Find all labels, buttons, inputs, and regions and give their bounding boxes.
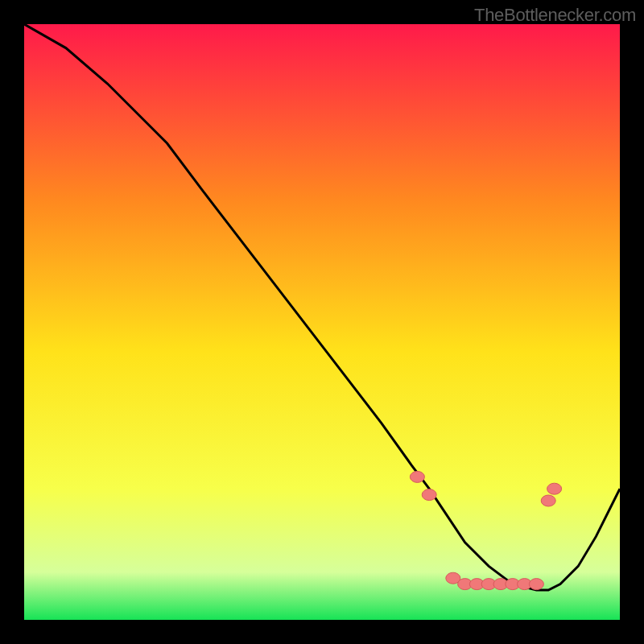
curve-marker [529, 579, 543, 590]
chart-frame: TheBottlenecker.com [0, 0, 644, 644]
plot-area [24, 24, 620, 620]
curve-marker [422, 489, 436, 501]
gradient-background [24, 24, 620, 620]
attribution-text: TheBottlenecker.com [474, 5, 636, 26]
curve-marker [410, 471, 424, 482]
curve-marker [541, 495, 555, 506]
curve-marker [547, 483, 562, 494]
chart-svg [24, 24, 620, 620]
